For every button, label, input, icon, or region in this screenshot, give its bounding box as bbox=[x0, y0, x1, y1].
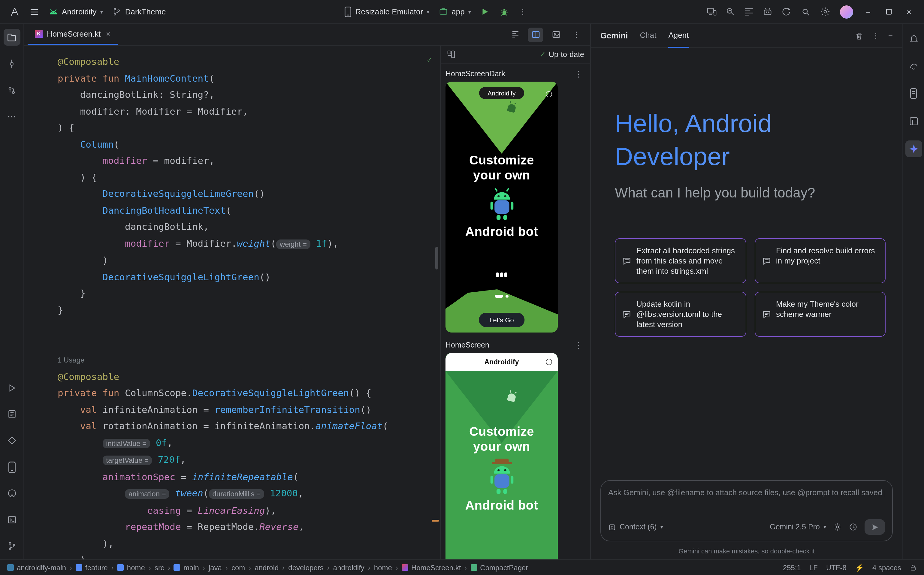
tab-close-icon[interactable]: × bbox=[106, 29, 110, 38]
code-line[interactable]: initialValue = 0f, bbox=[58, 435, 440, 452]
terminal-tool-window-button[interactable] bbox=[3, 511, 20, 528]
gemini-settings-icon[interactable] bbox=[833, 523, 842, 531]
notifications-icon[interactable] bbox=[905, 30, 922, 47]
code-line[interactable]: @Composable bbox=[58, 369, 440, 385]
preview-more-icon[interactable]: ⋮ bbox=[574, 69, 583, 79]
split-view-button[interactable] bbox=[528, 27, 543, 42]
breadcrumb-item[interactable]: CompactPager bbox=[471, 563, 528, 572]
commit-tool-window-button[interactable] bbox=[3, 55, 20, 72]
code-line[interactable]: targetValue = 720f, bbox=[58, 452, 440, 469]
logcat-icon[interactable] bbox=[740, 3, 758, 20]
preview-layout-icon[interactable] bbox=[447, 50, 456, 59]
pull-requests-tool-window-button[interactable] bbox=[3, 82, 20, 98]
window-maximize-button[interactable] bbox=[879, 3, 898, 20]
device-explorer-tool-window-button[interactable] bbox=[905, 85, 922, 102]
code-editor[interactable]: @Composableprivate fun MainHomeContent( … bbox=[24, 46, 440, 559]
code-line[interactable]: repeatMode = RepeatMode.Reverse, bbox=[58, 519, 440, 536]
window-close-button[interactable]: × bbox=[900, 3, 918, 20]
breadcrumb-item[interactable]: home bbox=[374, 563, 392, 572]
breadcrumb-item[interactable]: main bbox=[174, 563, 199, 572]
code-view-button[interactable] bbox=[507, 27, 523, 42]
search-everywhere-button[interactable] bbox=[797, 3, 814, 20]
breadcrumb-item[interactable]: developers bbox=[288, 563, 323, 572]
build-variants-tool-window-button[interactable] bbox=[3, 432, 20, 449]
breadcrumb-item[interactable]: androidify-main bbox=[7, 563, 66, 572]
code-line[interactable]: @Composable bbox=[58, 54, 440, 70]
breadcrumb-item[interactable]: feature bbox=[76, 563, 108, 572]
caret-position[interactable]: 255:1 bbox=[783, 563, 801, 572]
project-tool-window-button[interactable] bbox=[3, 29, 20, 46]
user-avatar[interactable] bbox=[837, 3, 857, 20]
breadcrumb-item[interactable]: home bbox=[118, 563, 145, 572]
hide-panel-icon[interactable]: − bbox=[888, 31, 893, 40]
code-line[interactable]: animation = tween(durationMillis = 12000… bbox=[58, 486, 440, 503]
more-tool-windows-button[interactable] bbox=[3, 108, 20, 125]
code-line[interactable]: ), bbox=[58, 536, 440, 552]
preview-name-dark[interactable]: HomeScreenDark bbox=[445, 70, 505, 78]
breadcrumb-item[interactable]: HomeScreen.kt bbox=[402, 563, 461, 572]
highlighting-level-icon[interactable]: ⚡ bbox=[855, 563, 864, 572]
code-line[interactable]: val rotationAnimation = infiniteAnimatio… bbox=[58, 418, 440, 435]
device-selector[interactable]: Resizable Emulator ▾ bbox=[340, 3, 433, 20]
gradle-tool-window-button[interactable] bbox=[905, 58, 922, 75]
code-line[interactable]: val infiniteAnimation = rememberInfinite… bbox=[58, 402, 440, 418]
code-line[interactable]: } bbox=[58, 286, 440, 302]
code-line[interactable]: dancingBotLink: String?, bbox=[58, 87, 440, 103]
profiler-icon[interactable] bbox=[722, 3, 739, 20]
breadcrumb-item[interactable]: androidify bbox=[333, 563, 364, 572]
project-selector[interactable]: Androidify ▾ bbox=[45, 3, 107, 20]
inspections-ok-icon[interactable]: ✓ bbox=[427, 52, 432, 68]
suggestion-card-build-errors[interactable]: Find and resolve build errors in my proj… bbox=[754, 238, 886, 283]
gemini-prompt-input[interactable] bbox=[608, 488, 885, 512]
logcat-tool-window-button[interactable] bbox=[3, 406, 20, 423]
version-control-tool-window-button[interactable] bbox=[3, 538, 20, 554]
code-line[interactable]: dancingBotLink, bbox=[58, 219, 440, 235]
code-line[interactable]: modifier = modifier, bbox=[58, 153, 440, 170]
window-minimize-button[interactable]: − bbox=[859, 3, 877, 20]
running-devices-icon[interactable] bbox=[703, 3, 720, 20]
debug-button[interactable] bbox=[496, 3, 513, 20]
code-line[interactable]: private fun MainHomeContent( bbox=[58, 70, 440, 87]
suggestion-card-update-kotlin[interactable]: Update kotlin in @libs.version.toml to t… bbox=[615, 292, 746, 337]
preview-name-light[interactable]: HomeScreen bbox=[445, 341, 489, 349]
breadcrumb-item[interactable]: com bbox=[231, 563, 245, 572]
editor-scrollbar[interactable] bbox=[435, 247, 438, 270]
preview-more-icon[interactable]: ⋮ bbox=[574, 340, 583, 350]
code-line[interactable]: easing = LinearEasing), bbox=[58, 503, 440, 519]
code-line[interactable]: animationSpec = infiniteRepeatable( bbox=[58, 469, 440, 486]
code-line[interactable]: DancingBotHeadlineText( bbox=[58, 203, 440, 219]
suggestion-card-extract-strings[interactable]: Extract all hardcoded strings from this … bbox=[615, 238, 746, 283]
breadcrumb-item[interactable]: java bbox=[208, 563, 222, 572]
code-line[interactable]: ) bbox=[58, 552, 440, 559]
breadcrumb-item[interactable]: android bbox=[254, 563, 278, 572]
main-menu-button[interactable] bbox=[26, 3, 43, 20]
model-selector[interactable]: Gemini 2.5 Pro ▾ bbox=[770, 523, 826, 531]
editor-more-options-button[interactable]: ⋮ bbox=[569, 27, 584, 42]
code-line[interactable]: modifier: Modifier = Modifier, bbox=[58, 103, 440, 120]
code-line[interactable]: private fun ColumnScope.DecorativeSquigg… bbox=[58, 385, 440, 402]
design-view-button[interactable] bbox=[548, 27, 564, 42]
preview-scroll[interactable]: HomeScreenDark ⋮ Androidify ⓘ bbox=[441, 64, 590, 559]
preview-render-homescreen[interactable]: Androidify ⓘ Customize your own bbox=[445, 353, 558, 559]
line-separator[interactable]: LF bbox=[809, 563, 818, 572]
preview-render-homescreendark[interactable]: Androidify ⓘ Customize your own bbox=[445, 82, 558, 332]
read-only-lock-icon[interactable] bbox=[910, 564, 917, 571]
suggestion-card-theme-warmer[interactable]: Make my Theme's color scheme warmer bbox=[754, 292, 886, 337]
code-line[interactable]: 1 Usage bbox=[58, 352, 440, 369]
indent-setting[interactable]: 4 spaces bbox=[872, 563, 901, 572]
code-line[interactable] bbox=[58, 335, 440, 352]
code-line[interactable]: Column( bbox=[58, 137, 440, 153]
gemini-more-options-icon[interactable]: ⋮ bbox=[872, 31, 880, 40]
code-line[interactable]: DecorativeSquiggleLimeGreen() bbox=[58, 186, 440, 203]
code-line[interactable]: } bbox=[58, 302, 440, 319]
prompt-history-icon[interactable] bbox=[849, 523, 857, 531]
lets-go-button[interactable]: Let's Go bbox=[479, 313, 525, 327]
layout-inspector-tool-window-button[interactable] bbox=[905, 113, 922, 130]
tab-homescreen-kt[interactable]: K HomeScreen.kt × bbox=[28, 24, 118, 45]
run-tool-window-button[interactable] bbox=[3, 379, 20, 396]
context-selector[interactable]: Context (6) ▾ bbox=[608, 523, 663, 531]
code-line[interactable]: ) { bbox=[58, 120, 440, 137]
code-line[interactable]: DecorativeSquiggleLightGreen() bbox=[58, 269, 440, 286]
file-encoding[interactable]: UTF-8 bbox=[826, 563, 846, 572]
tab-chat[interactable]: Chat bbox=[640, 24, 657, 48]
